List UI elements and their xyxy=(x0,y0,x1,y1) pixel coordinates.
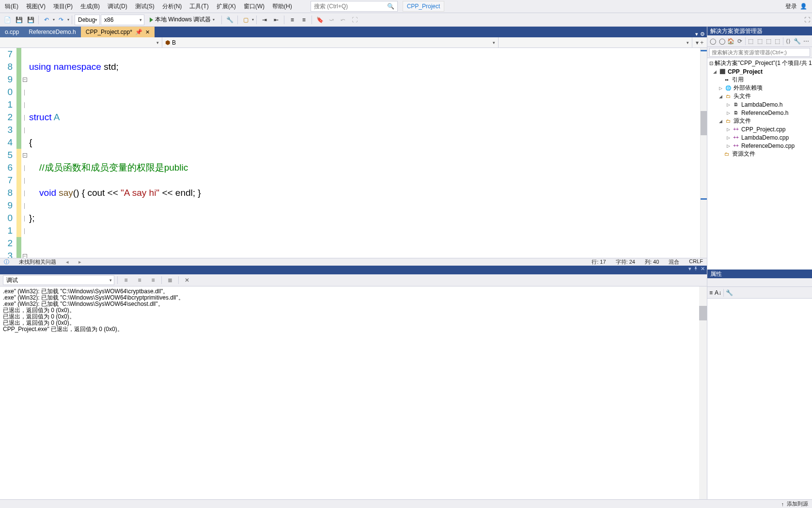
output-vscroll[interactable] xyxy=(699,286,707,500)
close-icon[interactable]: ✕ xyxy=(701,266,705,272)
tree-node[interactable]: ▷🗎ReferenceDemo.h xyxy=(707,109,812,117)
menu-item[interactable]: 测试(S) xyxy=(131,0,158,13)
search-icon: 🔍 xyxy=(387,3,394,10)
categorize-icon[interactable]: ≡ xyxy=(709,289,713,296)
menu-item[interactable]: 调试(D) xyxy=(104,0,131,13)
menu-item[interactable]: 窗口(W) xyxy=(240,0,268,13)
search-box[interactable]: 🔍 xyxy=(311,1,398,12)
output-text[interactable]: .exe" (Win32): 已加载 "C:\Windows\SysWOW64\… xyxy=(0,286,707,500)
menu-item[interactable]: 扩展(X) xyxy=(213,0,240,13)
menu-bar: 辑(E) 视图(V) 项目(P) 生成(B) 调试(D) 测试(S) 分析(N)… xyxy=(0,0,812,13)
close-icon[interactable]: ✕ xyxy=(145,29,150,35)
save-icon[interactable]: 💾 xyxy=(14,15,24,25)
back-icon[interactable]: ◯ xyxy=(709,37,717,46)
tree-node[interactable]: ◢🗀头文件 xyxy=(707,92,812,100)
tool-icon[interactable]: ⬚ xyxy=(756,37,763,46)
tree-node[interactable]: ▷++CPP_Project.cpp xyxy=(707,125,812,133)
menu-item[interactable]: 帮助(H) xyxy=(268,0,296,13)
project-badge[interactable]: CPP_Project xyxy=(403,1,445,12)
tool-icon[interactable]: ⛶ xyxy=(349,15,360,25)
tree-node[interactable]: ◢⬛CPP_Project xyxy=(707,67,812,76)
tool-icon[interactable]: ⤺ xyxy=(338,15,348,25)
gear-icon[interactable]: ⚙ xyxy=(700,31,705,37)
menu-item[interactable]: 项目(P) xyxy=(49,0,77,13)
wrench-icon[interactable]: 🔧 xyxy=(794,37,801,46)
home-icon[interactable]: 🏠 xyxy=(727,37,734,46)
tool-icon[interactable]: ⟨⟩ xyxy=(785,37,792,46)
tree-node[interactable]: ◢🗀源文件 xyxy=(707,117,812,125)
tab[interactable]: ReferenceDemo.h xyxy=(24,27,80,37)
sync-icon[interactable]: ⟳ xyxy=(736,37,743,46)
tree-node[interactable]: ▷🗎LambdaDemo.h xyxy=(707,100,812,109)
menu-item[interactable]: 工具(T) xyxy=(186,0,212,13)
dropdown-icon[interactable]: ▾ xyxy=(695,31,698,37)
redo-icon[interactable]: ↷ xyxy=(56,15,66,25)
search-input[interactable] xyxy=(314,3,387,10)
fwd-icon[interactable]: ◯ xyxy=(718,37,725,46)
tool-icon[interactable]: ⬚ xyxy=(774,37,781,46)
tree-node[interactable]: 🗀资源文件 xyxy=(707,150,812,158)
solution-tree[interactable]: ⊡解决方案"CPP_Project"(1 个项目/共 1 个) ◢⬛CPP_Pr… xyxy=(707,58,812,270)
tree-node[interactable]: ▪▪引用 xyxy=(707,76,812,84)
tab[interactable]: o.cpp xyxy=(0,27,24,37)
box-icon[interactable]: ▢ xyxy=(240,15,251,25)
editor-column: o.cpp ReferenceDemo.h CPP_Project.cpp* 📌… xyxy=(0,27,707,508)
pin-icon[interactable]: 📌 xyxy=(135,29,142,35)
tool-icon[interactable]: ≡ xyxy=(121,275,131,285)
upload-icon[interactable]: ↑ xyxy=(781,501,784,507)
bookmark-icon[interactable]: 🔖 xyxy=(314,15,325,25)
tool-icon[interactable]: ⤻ xyxy=(326,15,337,25)
menu-item[interactable]: 视图(V) xyxy=(22,0,49,13)
split-icon[interactable]: ▾ + xyxy=(692,37,707,48)
tool-icon[interactable]: ≡ xyxy=(134,275,145,285)
new-file-icon[interactable]: 📄 xyxy=(2,15,13,25)
sort-icon[interactable]: A↓ xyxy=(715,289,721,296)
tree-node[interactable]: ▷++LambdaDemo.cpp xyxy=(707,133,812,142)
output-source-dropdown[interactable]: 调试 xyxy=(3,275,114,285)
tool-icon[interactable]: ≡ xyxy=(148,275,158,285)
expand-icon[interactable]: ⛶ xyxy=(804,16,810,23)
fold-margin[interactable]: −││││ −││││││ −││││ xyxy=(21,48,28,258)
solution-search-input[interactable] xyxy=(709,48,810,57)
code-editor[interactable]: 78 90 12 34 56 78 90 12 34 56 7 xyxy=(0,48,707,258)
save-all-icon[interactable]: 💾 xyxy=(25,15,36,25)
menu-item[interactable]: 辑(E) xyxy=(1,0,22,13)
tab-active[interactable]: CPP_Project.cpp* 📌 ✕ xyxy=(81,27,155,37)
add-source-label[interactable]: 添加到源 xyxy=(787,500,808,508)
undo-icon[interactable]: ↶ xyxy=(41,15,52,25)
more-icon[interactable]: ⋯ xyxy=(803,37,810,46)
tree-node[interactable]: ▷++ReferenceDemo.cpp xyxy=(707,142,812,150)
solution-search[interactable] xyxy=(707,47,812,58)
scope-dropdown[interactable] xyxy=(0,37,162,48)
right-panels: 解决方案资源管理器 ◯ ◯ 🏠 ⟳ ⬚ ⬚ ⬚ ⬚ ⟨⟩ 🔧 ⋯ ⊡解决方案"C… xyxy=(707,27,812,508)
tool-icon[interactable]: 🔧 xyxy=(224,15,235,25)
tool-icon[interactable]: ⬚ xyxy=(747,37,754,46)
toolbar: 📄 💾 💾 ↶ ▾ ↷ ▾ Debug x86 本地 Windows 调试器 ▾… xyxy=(0,13,812,27)
tree-node[interactable]: ⊡解决方案"CPP_Project"(1 个项目/共 1 个) xyxy=(707,59,812,67)
solution-toolbar: ◯ ◯ 🏠 ⟳ ⬚ ⬚ ⬚ ⬚ ⟨⟩ 🔧 ⋯ xyxy=(707,35,812,47)
member-dropdown[interactable]: ⬢B xyxy=(162,37,499,48)
comment-icon[interactable]: ≡ xyxy=(287,15,297,25)
code-content[interactable]: using namespace std; struct A { //成员函数和成… xyxy=(28,48,700,258)
nav-dropdown[interactable] xyxy=(499,37,692,48)
platform-dropdown[interactable]: x86 xyxy=(101,15,144,25)
menu-item[interactable]: 生成(B) xyxy=(77,0,104,13)
tree-node[interactable]: ▷🌐外部依赖项 xyxy=(707,84,812,92)
pin-icon[interactable]: 🖈 xyxy=(693,266,699,272)
login-button[interactable]: 登录 👤 xyxy=(785,2,807,11)
outdent-icon[interactable]: ⇤ xyxy=(271,15,281,25)
wrench-icon[interactable]: 🔧 xyxy=(726,289,733,296)
dropdown-icon[interactable]: ▾ xyxy=(688,266,691,272)
uncomment-icon[interactable]: ≡ xyxy=(298,15,309,25)
menu-item[interactable]: 分析(N) xyxy=(158,0,186,13)
tool-icon[interactable]: ⬚ xyxy=(765,37,772,46)
start-debug-button[interactable]: 本地 Windows 调试器 ▾ xyxy=(145,15,219,25)
issues-label: 未找到相关问题 xyxy=(19,258,56,266)
indent-icon[interactable]: ⇥ xyxy=(259,15,270,25)
clear-icon[interactable]: ✕ xyxy=(182,275,192,285)
navigation-bar: ⬢B ▾ + xyxy=(0,37,707,48)
tool-icon[interactable]: ≣ xyxy=(165,275,175,285)
col-label: 列: 40 xyxy=(645,258,659,266)
editor-scrollbar[interactable] xyxy=(700,48,707,258)
config-dropdown[interactable]: Debug xyxy=(75,15,100,25)
